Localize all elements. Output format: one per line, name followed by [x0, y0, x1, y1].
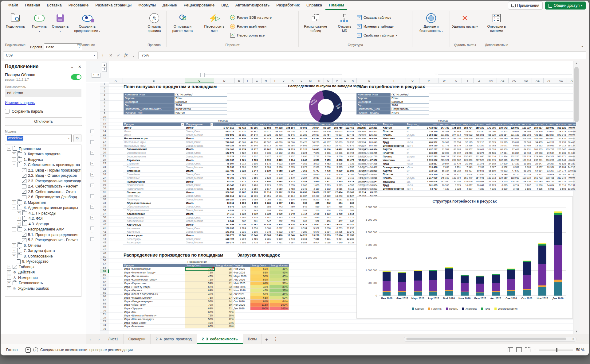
tree-item[interactable]: +4.1. IT- расходы — [6, 211, 81, 216]
table-row[interactable]: ИтогоЗавод Омск885 21255 23752 84756 477… — [123, 130, 379, 133]
row-group-collapse-button[interactable]: − — [90, 173, 94, 176]
table-row[interactable]: Завод ОмскЭлектроэнергиякВт-ч119 4287 63… — [357, 165, 576, 169]
sheet-tab-2_4_распр_производ[interactable]: 2_4_распр_производ — [151, 334, 197, 344]
table-row[interactable]: АксессуарыЗавод Москва110 3747 3566 7757… — [123, 241, 379, 245]
tree-expander[interactable]: − — [12, 163, 16, 167]
row-header-1[interactable]: 1 — [100, 83, 109, 87]
vertical-scrollbar[interactable]: ▲ ▼ — [573, 61, 580, 334]
row-header-56[interactable]: 56 — [100, 259, 109, 262]
zoom-slider-thumb[interactable] — [556, 348, 557, 352]
tree-expander[interactable]: + — [12, 249, 16, 253]
menu-tab-Файл[interactable]: Файл — [5, 1, 22, 10]
table-row[interactable]: Завод ОмскПластиккг336 84922 39220 97223… — [357, 151, 576, 155]
system-ops-button[interactable]: Операции в системе — [480, 11, 513, 41]
table-row[interactable]: ИтогоУпаковкашт.5 506 269346 471331 0363… — [357, 137, 576, 141]
outline-level-2-button[interactable]: 2 — [96, 73, 100, 78]
table-row[interactable]: Завод МоскваПечатьуслуга2 317 020145 169… — [357, 176, 576, 180]
row-header-14[interactable]: 14 — [100, 130, 109, 133]
table-row[interactable]: Игра «Колонизаторы»75%25% — [123, 267, 235, 271]
tree-expander[interactable]: + — [12, 152, 16, 156]
table-row[interactable]: Игра «Ферма»69%31% — [123, 289, 235, 292]
change-password-link[interactable]: Изменить пароль — [5, 101, 35, 105]
row-header-68[interactable]: 68 — [100, 302, 109, 306]
outline-level-1-button[interactable]: 1 — [92, 73, 96, 78]
row-header-8[interactable]: 8 — [100, 108, 109, 112]
table-row[interactable]: АксессуарыИтого248 77816 56015 24015 988… — [123, 234, 379, 237]
page-break-view-icon[interactable] — [525, 347, 530, 352]
table-row[interactable]: Игра «Монополия Город»72%28% — [123, 271, 235, 274]
outline-level-2-button[interactable]: 2 — [102, 67, 107, 72]
row-header-42[interactable]: 42 — [100, 230, 109, 234]
column-header-D[interactable]: D — [214, 78, 235, 83]
tree-item[interactable]: +4.2. ФОТ — [6, 216, 81, 222]
column-header-N[interactable]: N — [315, 78, 324, 83]
tree-expander[interactable]: − — [12, 206, 16, 210]
layout-tables-button[interactable]: Расположение таблиц — [299, 11, 332, 41]
more-icon[interactable]: ⋮ — [100, 53, 106, 58]
tree-item[interactable]: +⚙Действия — [6, 270, 81, 275]
row-header-71[interactable]: 71 — [100, 313, 109, 316]
table-row[interactable]: ИтогоТрудчасы480 50230 90229 35832 17532… — [357, 140, 576, 144]
cell[interactable]: 69% — [185, 289, 214, 292]
column-header-L[interactable]: L — [297, 78, 306, 83]
menu-tab-Разработчик[interactable]: Разработчик — [273, 1, 303, 10]
table-row[interactable]: ПриключенияЗавод Москва51 5842 8462 8502… — [123, 187, 379, 191]
column-header-AB[interactable]: AB — [497, 78, 509, 83]
row-headers[interactable]: 1234567891011121314151617181920212223242… — [100, 83, 109, 334]
row-header-16[interactable]: 16 — [100, 137, 109, 141]
row-header-4[interactable]: 4 — [100, 94, 109, 97]
table-row[interactable]: ОбразовательныеИтого13 0111 2031 1051 28… — [123, 201, 379, 205]
row-header-19[interactable]: 19 — [100, 148, 109, 151]
tree-item[interactable]: +8. Согласование — [6, 254, 81, 259]
tree-item[interactable]: −5. Распределение АХР — [6, 227, 81, 232]
row-header-21[interactable]: 21 — [100, 155, 109, 158]
row-header-30[interactable]: 30 — [100, 187, 109, 191]
scroll-down-icon[interactable]: ▼ — [573, 330, 580, 333]
tree-item[interactable]: +⅄Измерения — [6, 275, 81, 281]
column-header-G[interactable]: G — [253, 78, 262, 83]
row-header-31[interactable]: 31 — [100, 191, 109, 194]
send-calc-button[interactable]: ⟳⟲ Отправка и расчет листа — [167, 11, 199, 41]
row-header-55[interactable]: 55 — [100, 255, 109, 259]
table-row[interactable]: Игра «Манчкин»60%40% — [123, 325, 235, 328]
table-row[interactable]: ИтогоПластиккг520 22034 58332 38935 9273… — [357, 130, 576, 133]
tabs-right-icon[interactable]: › — [95, 334, 103, 344]
row-group-collapse-button[interactable]: − — [90, 227, 94, 230]
row-group-collapse-button[interactable]: − — [90, 237, 94, 241]
column-header-K[interactable]: K — [288, 78, 297, 83]
row-group-collapse-button[interactable]: − — [90, 130, 94, 133]
row-header-58[interactable]: 58 — [100, 266, 109, 270]
column-header-S[interactable]: S — [357, 78, 382, 83]
row-header-74[interactable]: 74 — [100, 323, 109, 327]
tree-expander[interactable]: + — [17, 217, 21, 221]
row-header-23[interactable]: 23 — [100, 162, 109, 165]
table-row[interactable]: ОбразовательныеЗавод Омск8 9788307628887… — [123, 205, 379, 209]
cell[interactable]: 70% — [185, 303, 214, 307]
menu-tab-Главная[interactable]: Главная — [22, 1, 43, 10]
table-row[interactable]: КарточныеЗавод Омск120 8977 2247 0566 88… — [123, 227, 379, 230]
horizontal-scroll-thumb[interactable] — [407, 338, 566, 340]
row-header-47[interactable]: 47 — [100, 248, 109, 252]
tree-expander[interactable]: + — [7, 265, 11, 269]
formula-input[interactable]: 75% — [138, 51, 586, 59]
menu-tab-Вставка[interactable]: Вставка — [43, 1, 65, 10]
table-row[interactable]: ЭкономическиеИтого206 30612 87412 31713 … — [123, 148, 379, 151]
row-header-67[interactable]: 67 — [100, 298, 109, 302]
column-header-R[interactable]: R — [349, 78, 357, 83]
row-header-39[interactable]: 39 — [100, 219, 109, 223]
cell[interactable]: 58% — [185, 317, 214, 321]
table-row[interactable]: Игра «UNO Color»46%54% — [123, 321, 235, 325]
column-header-A[interactable]: A — [109, 78, 123, 83]
create-table-button[interactable]: + Создать таблицу — [357, 14, 397, 21]
column-header-C[interactable]: C — [185, 78, 214, 83]
tree-expander[interactable]: + — [7, 270, 11, 274]
share-button[interactable]: Общий доступ ▾ — [545, 2, 586, 10]
rebuild-sheet-button[interactable]: ⚡▷ Перестроить лист — [200, 11, 229, 41]
column-header-AA[interactable]: AA — [485, 78, 497, 83]
data-security-button[interactable]: Данные и безопасность ▾ — [412, 11, 450, 41]
row-group-collapse-button[interactable]: − — [90, 216, 94, 219]
table-row[interactable]: Игра «Шахматы Premium»72%28% — [123, 314, 235, 317]
row-header-70[interactable]: 70 — [100, 309, 109, 313]
table-row[interactable]: СемейныеИтого131 4828 0228 2448 1399 058… — [123, 169, 379, 173]
insert-function-icon[interactable]: fx — [123, 53, 129, 58]
